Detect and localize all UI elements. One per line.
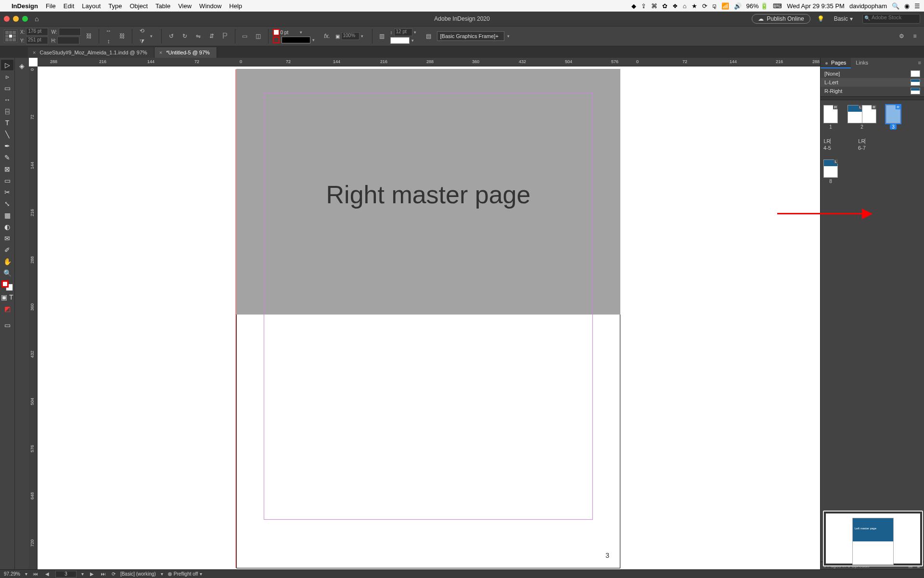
control-menu-icon[interactable]: ≡: [910, 31, 920, 41]
pasteboard[interactable]: Right master page 3: [38, 66, 820, 569]
prev-page-icon[interactable]: ◀︎: [44, 571, 51, 577]
first-page-icon[interactable]: ⏮: [32, 571, 39, 577]
navigator-preview[interactable]: Left master page: [823, 511, 923, 566]
master-none[interactable]: [None]: [821, 69, 924, 78]
horizontal-ruler[interactable]: 288 216 144 72 0 72 144 216 288 360 432 …: [38, 58, 820, 66]
menubar-extra-1-icon[interactable]: ◆: [631, 2, 636, 10]
rotate-ccw-icon[interactable]: ↺: [166, 31, 177, 41]
screen-mode-icon[interactable]: ▭: [1, 320, 13, 330]
stroke-swatch-icon[interactable]: [273, 37, 280, 43]
menubar-user[interactable]: davidpopham: [849, 2, 887, 10]
menubar-bluetooth-icon[interactable]: ⚼: [712, 2, 717, 10]
menubar-dropbox-icon[interactable]: ⇪: [641, 2, 646, 10]
flip-v-icon[interactable]: ⇵: [206, 31, 217, 41]
free-transform-tool-icon[interactable]: ⤡: [1, 198, 13, 209]
close-icon[interactable]: ×: [159, 50, 162, 55]
preflight-status[interactable]: Preflight off ▾: [168, 571, 202, 577]
menubar-siri-icon[interactable]: ◉: [904, 2, 910, 10]
menu-edit[interactable]: Edit: [64, 2, 74, 10]
direct-selection-tool-icon[interactable]: ▹: [1, 71, 13, 82]
open-recent-icon[interactable]: ⟳: [112, 571, 116, 577]
adobe-stock-search[interactable]: Adobe Stock: [862, 14, 920, 24]
fill-box[interactable]: [390, 37, 410, 44]
flip-h-icon[interactable]: ⇋: [193, 31, 204, 41]
prefs-gear-icon[interactable]: ⚙︎: [896, 31, 907, 41]
menubar-timer-icon[interactable]: ⟳: [702, 2, 707, 10]
object-style-select[interactable]: [Basic Graphics Frame]+: [437, 31, 504, 41]
spread-thumb-4-5[interactable]: L R 4-5: [823, 138, 831, 151]
text-wrap-1-icon[interactable]: ▥: [377, 31, 387, 41]
w-field[interactable]: [59, 28, 81, 36]
master-right[interactable]: R-Right: [821, 87, 924, 95]
apply-color-icon[interactable]: ◩: [1, 303, 13, 314]
rotate-icon[interactable]: ⟲: [137, 26, 147, 36]
angle-dropdown[interactable]: ▾: [150, 34, 157, 39]
rotate-cw-icon[interactable]: ↻: [180, 31, 190, 41]
menubar-cc-icon[interactable]: ⌘: [651, 2, 657, 10]
scale-x-icon[interactable]: ↔︎: [103, 26, 114, 36]
shear-icon[interactable]: ⧩: [137, 37, 147, 46]
layers-panel-icon[interactable]: ◈: [16, 61, 28, 71]
menubar-extra-3-icon[interactable]: ❖: [672, 2, 678, 10]
zoom-tool-icon[interactable]: 🔍: [1, 268, 13, 278]
menubar-volume-icon[interactable]: 🔊: [734, 2, 742, 10]
preflight-dropdown[interactable]: ▾: [200, 571, 202, 577]
spread-thumb-6-7[interactable]: L R 6-7: [858, 138, 866, 151]
constrain-scale-icon[interactable]: ⛓: [117, 31, 128, 41]
fill-stroke-swatch[interactable]: [1, 280, 13, 291]
scale-y-icon[interactable]: ↕︎: [103, 37, 114, 46]
gap-tool-icon[interactable]: ↔︎: [1, 94, 13, 105]
menu-file[interactable]: File: [46, 2, 56, 10]
stroke-style[interactable]: [282, 37, 310, 43]
page-tool-icon[interactable]: ▭: [1, 83, 13, 93]
close-icon[interactable]: ×: [33, 50, 36, 55]
constrain-wh-icon[interactable]: ⛓: [84, 31, 94, 41]
line-tool-icon[interactable]: ╲: [1, 129, 13, 140]
fill-swatch-icon[interactable]: [273, 29, 280, 36]
gradient-swatch-tool-icon[interactable]: ▦: [1, 210, 13, 221]
p-paragraph-icon[interactable]: P: [220, 31, 231, 41]
tab-links[interactable]: Links: [851, 58, 873, 68]
menubar-notifications-icon[interactable]: ☰: [914, 2, 920, 10]
stroke-weight-field[interactable]: 0 pt: [281, 30, 299, 35]
home-button-icon[interactable]: ⌂: [35, 15, 38, 23]
type-tool-icon[interactable]: T: [1, 118, 13, 128]
current-page-field[interactable]: 3: [55, 571, 77, 578]
opacity-dropdown[interactable]: ▾: [361, 34, 368, 39]
pen-tool-icon[interactable]: ✒︎: [1, 141, 13, 151]
tips-icon[interactable]: 💡: [817, 15, 824, 22]
next-page-icon[interactable]: ▶︎: [89, 571, 95, 577]
window-zoom-button[interactable]: [22, 16, 28, 22]
eyedropper-tool-icon[interactable]: ✐: [1, 245, 13, 255]
menu-type[interactable]: Type: [108, 2, 122, 10]
selection-tool-icon[interactable]: ▷: [1, 60, 13, 70]
fx-icon[interactable]: fx.: [322, 31, 333, 41]
doc-tab-untitled[interactable]: × *Untitled-5 @ 97%: [154, 47, 217, 58]
vertical-ruler[interactable]: 0 72 144 216 288 360 432 504 576 648 720: [29, 66, 38, 569]
panel-menu-icon[interactable]: ≡: [915, 58, 924, 68]
menu-help[interactable]: Help: [229, 2, 242, 10]
publish-online-button[interactable]: ☁︎ Publish Online: [752, 14, 810, 24]
zoom-level[interactable]: 97.29%: [4, 571, 20, 577]
align-icon[interactable]: ▤: [424, 31, 434, 41]
menubar-keyboard-icon[interactable]: ⌨︎: [773, 2, 782, 10]
page-thumb-2[interactable]: L R 2: [847, 105, 876, 130]
x-field[interactable]: 176 pt: [26, 28, 48, 36]
doc-tab-casestudy[interactable]: × CaseStudy#9_Moz_Almeida_1.1.indd @ 97%: [28, 47, 154, 58]
pencil-tool-icon[interactable]: ✎: [1, 152, 13, 163]
select-container-icon[interactable]: ▭: [240, 31, 250, 41]
note-tool-icon[interactable]: ✉︎: [1, 233, 13, 244]
h-field[interactable]: [57, 37, 79, 44]
workspace-switcher[interactable]: Basic ▾: [831, 14, 856, 23]
menubar-clock[interactable]: Wed Apr 29 9:35 PM: [787, 2, 845, 10]
menubar-battery[interactable]: 96% 🔋: [746, 2, 769, 10]
page-thumb-3[interactable]: R 3: [886, 105, 900, 130]
style-status[interactable]: [Basic] (working): [120, 571, 156, 577]
zoom-dropdown[interactable]: ▾: [25, 571, 27, 577]
menu-layout[interactable]: Layout: [82, 2, 101, 10]
scissors-tool-icon[interactable]: ✂︎: [1, 187, 13, 197]
gradient-feather-tool-icon[interactable]: ◐: [1, 222, 13, 232]
y-field[interactable]: 251 pt: [26, 37, 48, 44]
menubar-extra-2-icon[interactable]: ✿: [662, 2, 667, 10]
menu-view[interactable]: View: [178, 2, 192, 10]
